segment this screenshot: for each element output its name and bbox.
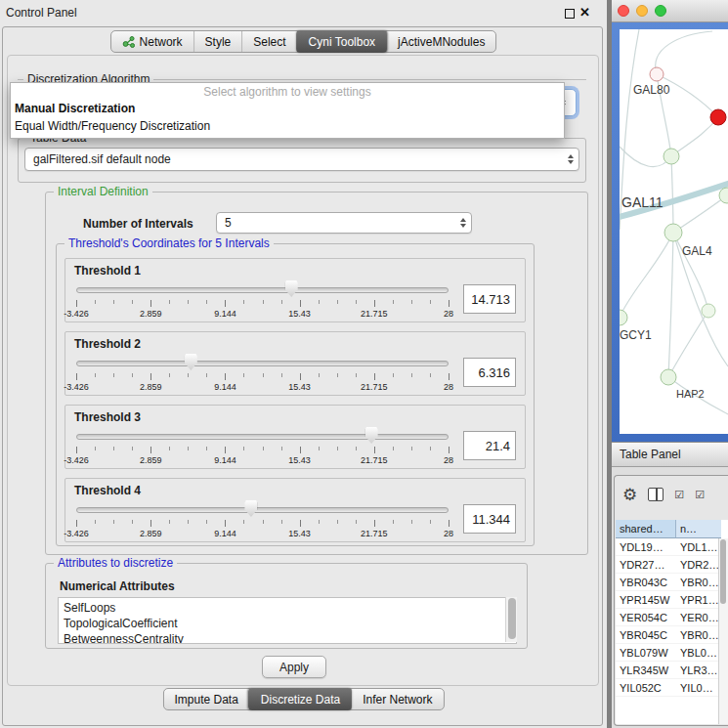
tick-mark (337, 300, 338, 304)
table-scrollbar-thumb[interactable] (720, 539, 726, 604)
tab-infer-network[interactable]: Infer Network (351, 689, 443, 709)
select-none-icon[interactable]: ☑ (695, 490, 705, 500)
table-cell[interactable]: YDL1… (676, 538, 721, 555)
threshold-slider[interactable]: -3.4262.8599.14415.4321.71528 (74, 278, 450, 320)
threshold-slider[interactable]: -3.4262.8599.14415.4321.71528 (74, 352, 450, 393)
tab-label: Network (140, 35, 183, 49)
float-window-icon[interactable] (565, 9, 575, 19)
table-cell[interactable]: YLR345W (616, 662, 676, 678)
table-cell[interactable]: YIL052C (616, 679, 676, 696)
minimize-traffic-light-icon[interactable] (636, 5, 648, 17)
gear-icon[interactable]: ⚙ (622, 487, 637, 503)
apply-button[interactable]: Apply (262, 656, 326, 678)
table-cell[interactable]: YDR2… (676, 556, 721, 573)
attribute-list-item[interactable]: SelfLoops (64, 600, 516, 616)
table-scrollbar[interactable] (718, 538, 728, 724)
node[interactable] (702, 304, 715, 318)
list-scrollbar[interactable] (505, 597, 517, 642)
threshold-value-field[interactable]: 11.344 (463, 504, 516, 534)
node-label-gcy1: GCY1 (620, 328, 652, 342)
table-cell[interactable]: YBR043C (616, 574, 676, 590)
tab-impute-data[interactable]: Impute Data (163, 689, 248, 709)
table-header-row: shared… n… (616, 520, 728, 538)
tick-mark (449, 300, 450, 307)
tick-mark (206, 520, 207, 524)
tick-mark (300, 300, 301, 307)
table-row[interactable]: YBR043CYBR0… (616, 574, 728, 591)
slider-thumb[interactable] (185, 354, 197, 370)
tab-style[interactable]: Style (193, 31, 242, 52)
table-cell[interactable]: YIL0… (676, 679, 721, 696)
table-cell[interactable]: YDR27… (616, 556, 676, 573)
slider-track[interactable] (76, 434, 449, 440)
table-row[interactable]: YDR27…YDR2… (616, 556, 728, 574)
close-icon[interactable]: ✕ (579, 5, 590, 20)
tick-label: 2.859 (140, 382, 162, 392)
table-cell[interactable]: YPR1… (676, 591, 721, 608)
list-scrollbar-thumb[interactable] (508, 598, 516, 639)
slider-thumb[interactable] (285, 280, 298, 297)
table-cell[interactable]: YER0… (676, 609, 721, 625)
table-row[interactable]: YDL19…YDL1… (616, 538, 728, 556)
tick-mark (113, 520, 114, 524)
table-data-combobox[interactable]: galFiltered.sif default node (24, 148, 579, 171)
table-row[interactable]: YER054CYER0… (616, 609, 728, 626)
network-window-titlebar[interactable] (612, 0, 728, 22)
table-panel-header[interactable]: Table Panel (612, 442, 728, 467)
node-label-hap2: HAP2 (676, 388, 705, 400)
slider-track[interactable] (76, 287, 449, 293)
table-cell[interactable]: YLR3… (676, 662, 721, 678)
tab-network[interactable]: Network (111, 31, 193, 52)
attribute-list-item[interactable]: BetweennessCentrality (64, 631, 516, 644)
table-cell[interactable]: YBR0… (676, 626, 721, 643)
node-gcy1[interactable] (620, 310, 627, 325)
table-cell[interactable]: YBL0… (676, 644, 721, 661)
popup-option-manual-discretization[interactable]: Manual Discretization (11, 100, 564, 117)
table-row[interactable]: YBL079WYBL0… (616, 644, 728, 662)
columns-icon[interactable] (648, 488, 664, 501)
threshold-slider[interactable]: -3.4262.8599.14415.4321.71528 (74, 425, 450, 466)
node-selected-red[interactable] (710, 109, 726, 125)
tick-mark (281, 373, 282, 377)
numerical-attributes-list[interactable]: SelfLoopsTopologicalCoefficientBetweenne… (58, 597, 517, 644)
column-header-shared-name[interactable]: shared… (616, 520, 676, 538)
threshold-value-field[interactable]: 6.316 (463, 358, 516, 387)
slider-track[interactable] (76, 507, 449, 513)
slider-thumb[interactable] (365, 427, 378, 444)
tick-label: 21.715 (361, 455, 388, 465)
threshold-slider[interactable]: -3.4262.8599.14415.4321.71528 (74, 498, 450, 539)
threshold-value-field[interactable]: 14.713 (463, 284, 516, 314)
attribute-list-item[interactable]: TopologicalCoefficient (64, 616, 516, 631)
threshold-value-field[interactable]: 21.4 (463, 431, 516, 460)
table-row[interactable]: YBR045CYBR0… (616, 626, 728, 644)
tab-discretize-data[interactable]: Discretize Data (248, 688, 352, 710)
table-row[interactable]: YIL052CYIL0… (616, 679, 728, 697)
popup-option-equal-width[interactable]: Equal Width/Frequency Discretization (11, 117, 564, 135)
table-cell[interactable]: YDL19… (616, 538, 676, 555)
table-row[interactable]: YPR145WYPR1… (616, 591, 728, 609)
table-cell[interactable]: YER054C (616, 609, 676, 625)
tick-mark (150, 447, 151, 453)
zoom-traffic-light-icon[interactable] (655, 5, 666, 17)
tab-cyni-toolbox[interactable]: Cyni Toolbox (296, 30, 387, 53)
table-cell[interactable]: YBL079W (616, 644, 676, 661)
number-of-intervals-label: Number of Intervals (83, 217, 193, 231)
tick-mark (449, 373, 450, 380)
column-header-name[interactable]: n… (676, 520, 721, 538)
table-row[interactable]: YLR345WYLR3… (616, 662, 728, 679)
number-of-intervals-combobox[interactable]: 5 (216, 212, 472, 234)
table-cell[interactable]: YPR145W (616, 591, 676, 608)
select-all-icon[interactable]: ☑ (674, 490, 684, 500)
table-cell[interactable]: YBR045C (616, 626, 676, 643)
table-cell[interactable]: YBR0… (676, 574, 721, 590)
node-hap2[interactable] (661, 369, 676, 385)
node-gal80[interactable] (650, 67, 664, 81)
tab-jactivemnodules[interactable]: jActiveMNodules (386, 31, 495, 52)
close-traffic-light-icon[interactable] (618, 5, 629, 17)
slider-track[interactable] (76, 361, 449, 366)
node[interactable] (664, 149, 679, 164)
node-gal4[interactable] (664, 224, 682, 241)
tab-select[interactable]: Select (241, 31, 296, 52)
network-canvas[interactable]: GAL80 GAL11 GAL4 GCY1 HAP2 (620, 29, 728, 434)
slider-thumb[interactable] (244, 500, 257, 517)
